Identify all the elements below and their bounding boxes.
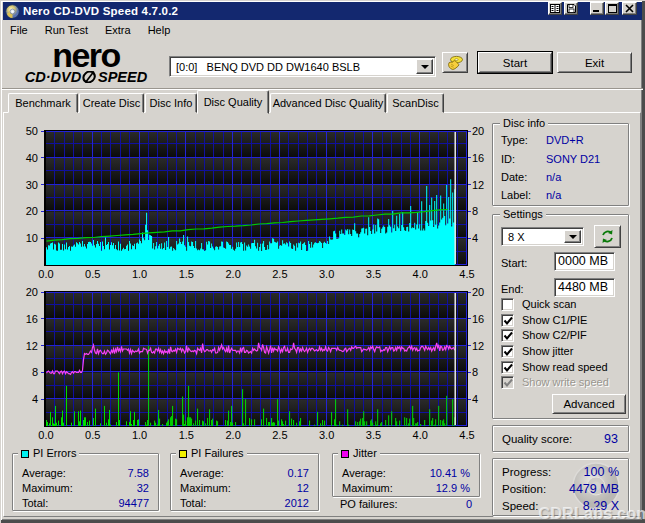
x-axis-tick-label: 3.0 [313, 430, 341, 441]
stat-label: Total: [22, 496, 48, 510]
axis-tick [41, 238, 44, 239]
axis-tick [41, 292, 44, 293]
drive-select-value: [0:0] BENQ DVD DD DW1640 BSLB [176, 61, 360, 73]
minimize-icon [593, 4, 601, 13]
compare-window-button[interactable] [548, 2, 562, 15]
y-axis-left-tick-label: 10 [4, 233, 38, 244]
tab-scandisc[interactable]: ScanDisc [387, 93, 444, 113]
disc-label-value: n/a [546, 188, 561, 202]
pi-errors-box: PI Errors Average: 7.58 Maximum: 32 Tota… [12, 453, 159, 511]
stat-label: Total: [180, 496, 206, 510]
save-icon [567, 4, 576, 13]
show-write-speed-checkbox[interactable] [501, 376, 514, 389]
x-axis-tick-label: 2.0 [219, 269, 247, 280]
quality-score-label: Quality score: [502, 432, 572, 446]
menu-help[interactable]: Help [142, 22, 177, 38]
pi-failures-title: PI Failures [176, 447, 247, 460]
close-icon [625, 4, 634, 13]
exit-button[interactable]: Exit [557, 52, 632, 73]
y-axis-left-tick-label: 4 [4, 394, 38, 405]
eject-disc-button[interactable] [442, 52, 468, 73]
advanced-button[interactable]: Advanced [552, 394, 626, 414]
save-button[interactable] [564, 2, 578, 15]
stat-label: Maximum: [22, 481, 73, 495]
nero-logo-tag-left: CD·DVD [25, 70, 82, 84]
maximize-button[interactable] [605, 2, 619, 15]
x-axis-tick-label: 1.5 [172, 430, 200, 441]
pi-failures-swatch [179, 450, 187, 458]
stat-value: 32 [89, 481, 149, 495]
tab-disc-quality[interactable]: Disc Quality [197, 90, 269, 114]
disc-label-label: Label: [501, 188, 531, 202]
disc-date-value: n/a [546, 170, 561, 184]
chart-plot-area [44, 130, 468, 266]
y-axis-left-tick-label: 40 [4, 153, 38, 164]
axis-tick [468, 157, 471, 158]
axis-tick [41, 211, 44, 212]
nero-logo-disc-icon [82, 71, 97, 83]
tab-disc-info[interactable]: Disc Info [145, 93, 197, 113]
axis-tick [468, 318, 471, 319]
quick-scan-label: Quick scan [522, 298, 576, 311]
show-c1-pie-label: Show C1/PIE [522, 314, 587, 327]
speed-select[interactable]: 8 X [501, 227, 584, 246]
speed-label: Speed: [502, 499, 538, 513]
menu-extra[interactable]: Extra [99, 22, 137, 38]
show-c2-pif-checkbox[interactable] [501, 329, 514, 342]
tab-label: Disc Quality [204, 96, 263, 108]
menu-file[interactable]: File [4, 22, 34, 38]
stat-label: Maximum: [342, 481, 393, 495]
start-position-label: Start: [501, 256, 527, 270]
tab-create-disc[interactable]: Create Disc [79, 93, 144, 113]
tab-label: Benchmark [15, 97, 71, 109]
position-value: 4479 MB [549, 482, 619, 496]
y-axis-left-tick-label: 30 [4, 180, 38, 191]
x-axis-tick-label: 3.5 [359, 269, 387, 280]
axis-tick [468, 399, 471, 400]
pi-failures-box: PI Failures Average: 0.17 Maximum: 12 To… [170, 453, 319, 511]
disc-date-label: Date: [501, 170, 527, 184]
y-axis-left-tick-label: 50 [4, 126, 38, 137]
axis-tick [468, 345, 471, 346]
quick-scan-checkbox[interactable] [501, 298, 514, 311]
stat-label: Average: [180, 466, 224, 480]
x-axis-tick-label: 4.5 [453, 269, 481, 280]
end-position-input[interactable]: 4480 MB [554, 278, 615, 297]
axis-tick [41, 372, 44, 373]
start-button[interactable]: Start [478, 52, 552, 73]
disc-info-title: Disc info [500, 117, 548, 130]
drive-select[interactable]: [0:0] BENQ DVD DD DW1640 BSLB [169, 56, 436, 77]
axis-tick [41, 131, 44, 132]
minimize-button[interactable] [590, 2, 604, 15]
chart-plot-area [44, 291, 468, 427]
axis-tick [468, 131, 471, 132]
progress-label: Progress: [502, 465, 551, 479]
x-axis-tick-label: 4.0 [406, 269, 434, 280]
nero-logo-tag-right: SPEED [98, 70, 147, 84]
start-position-input[interactable]: 0000 MB [554, 252, 615, 271]
po-failures-label: PO failures: [340, 497, 397, 511]
x-axis-tick-label: 3.0 [313, 269, 341, 280]
close-button[interactable] [622, 2, 637, 15]
x-axis-tick-label: 4.5 [453, 430, 481, 441]
position-label: Position: [502, 482, 546, 496]
axis-tick [468, 372, 471, 373]
show-jitter-checkbox[interactable] [501, 345, 514, 358]
title-bar[interactable]: Nero CD-DVD Speed 4.7.0.2 [3, 2, 642, 20]
tab-benchmark[interactable]: Benchmark [8, 93, 78, 113]
refresh-button[interactable] [594, 225, 621, 248]
app-window: Nero CD-DVD Speed 4.7.0.2 File Run Te [0, 0, 645, 523]
show-read-speed-checkbox[interactable] [501, 361, 514, 374]
x-axis-tick-label: 0.5 [79, 269, 107, 280]
drive-select-arrow-button[interactable] [416, 59, 433, 74]
show-c1-pie-checkbox[interactable] [501, 314, 514, 327]
axis-tick [468, 184, 471, 185]
speed-select-arrow-button[interactable] [564, 230, 581, 243]
chevron-down-icon [569, 235, 577, 239]
menu-run-test[interactable]: Run Test [39, 22, 94, 38]
compare-window-icon [550, 4, 560, 13]
tab-advanced-disc-quality[interactable]: Advanced Disc Quality [270, 93, 386, 113]
stat-value: 12 [249, 481, 309, 495]
y-axis-left-tick-label: 8 [4, 367, 38, 378]
y-axis-left-tick-label: 20 [4, 206, 38, 217]
